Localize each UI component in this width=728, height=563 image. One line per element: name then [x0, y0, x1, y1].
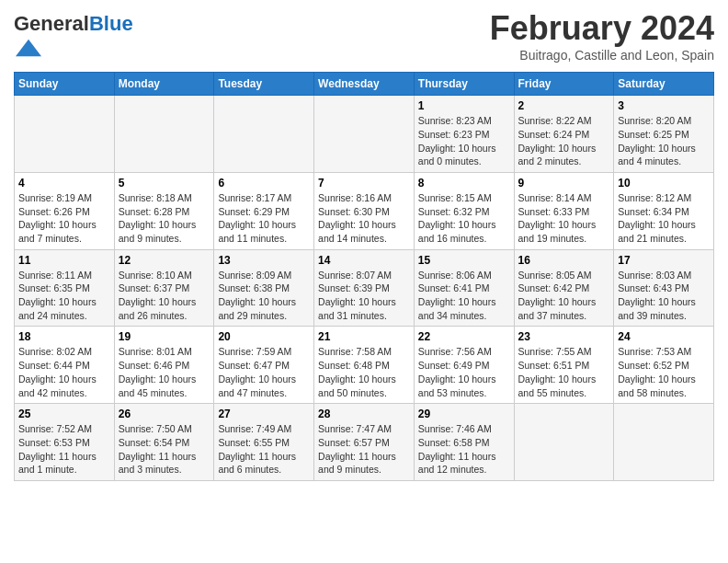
- day-number: 25: [18, 408, 110, 420]
- day-info: Sunrise: 8:06 AMSunset: 6:41 PMDaylight:…: [418, 269, 510, 323]
- day-number: 14: [318, 254, 410, 267]
- day-info: Sunrise: 8:11 AMSunset: 6:35 PMDaylight:…: [18, 269, 110, 323]
- day-info: Sunrise: 8:05 AMSunset: 6:42 PMDaylight:…: [518, 269, 610, 323]
- day-info: Sunrise: 8:03 AMSunset: 6:43 PMDaylight:…: [618, 269, 710, 323]
- calendar-day-cell: 17Sunrise: 8:03 AMSunset: 6:43 PMDayligh…: [614, 249, 714, 327]
- day-number: 15: [418, 254, 510, 267]
- day-number: 12: [119, 254, 210, 267]
- day-number: 10: [618, 177, 710, 190]
- calendar-day-cell: 2Sunrise: 8:22 AMSunset: 6:24 PMDaylight…: [514, 96, 614, 173]
- day-number: 21: [318, 330, 410, 343]
- day-of-week-header: Tuesday: [214, 73, 314, 96]
- day-number: 16: [518, 254, 610, 267]
- calendar-day-cell: 20Sunrise: 7:59 AMSunset: 6:47 PMDayligh…: [214, 327, 314, 404]
- day-number: 8: [418, 177, 510, 190]
- calendar-day-cell: 15Sunrise: 8:06 AMSunset: 6:41 PMDayligh…: [414, 249, 514, 327]
- calendar-day-cell: 3Sunrise: 8:20 AMSunset: 6:25 PMDaylight…: [614, 96, 714, 173]
- svg-marker-0: [16, 40, 41, 57]
- day-info: Sunrise: 7:49 AMSunset: 6:55 PMDaylight:…: [218, 422, 310, 477]
- day-info: Sunrise: 7:56 AMSunset: 6:49 PMDaylight:…: [418, 345, 510, 399]
- calendar-week-row: 1Sunrise: 8:23 AMSunset: 6:23 PMDaylight…: [15, 96, 714, 173]
- calendar-week-row: 4Sunrise: 8:19 AMSunset: 6:26 PMDaylight…: [15, 172, 714, 249]
- day-number: 28: [318, 408, 410, 420]
- day-info: Sunrise: 8:16 AMSunset: 6:30 PMDaylight:…: [318, 191, 410, 246]
- calendar-day-cell: 23Sunrise: 7:55 AMSunset: 6:51 PMDayligh…: [514, 327, 614, 404]
- day-of-week-header: Friday: [514, 73, 614, 96]
- calendar-day-cell: 22Sunrise: 7:56 AMSunset: 6:49 PMDayligh…: [414, 327, 514, 404]
- day-number: 2: [518, 99, 610, 112]
- day-info: Sunrise: 8:09 AMSunset: 6:38 PMDaylight:…: [218, 269, 310, 323]
- day-info: Sunrise: 7:52 AMSunset: 6:53 PMDaylight:…: [18, 422, 110, 477]
- month-title: February 2024: [490, 9, 714, 48]
- day-info: Sunrise: 8:22 AMSunset: 6:24 PMDaylight:…: [518, 114, 610, 168]
- day-info: Sunrise: 8:15 AMSunset: 6:32 PMDaylight:…: [418, 191, 510, 246]
- calendar-day-cell: 26Sunrise: 7:50 AMSunset: 6:54 PMDayligh…: [114, 404, 214, 481]
- calendar-day-cell: 25Sunrise: 7:52 AMSunset: 6:53 PMDayligh…: [15, 404, 115, 481]
- day-of-week-header: Monday: [114, 73, 214, 96]
- calendar-day-cell: 19Sunrise: 8:01 AMSunset: 6:46 PMDayligh…: [114, 327, 214, 404]
- day-of-week-header: Thursday: [414, 73, 514, 96]
- calendar-day-cell: [314, 96, 415, 173]
- day-number: 7: [318, 177, 410, 190]
- calendar-header-row: SundayMondayTuesdayWednesdayThursdayFrid…: [15, 73, 714, 96]
- calendar-day-cell: 28Sunrise: 7:47 AMSunset: 6:57 PMDayligh…: [314, 404, 415, 481]
- calendar-day-cell: [514, 404, 614, 481]
- day-number: 9: [518, 177, 610, 190]
- calendar-day-cell: 27Sunrise: 7:49 AMSunset: 6:55 PMDayligh…: [214, 404, 314, 481]
- day-info: Sunrise: 8:18 AMSunset: 6:28 PMDaylight:…: [119, 191, 210, 246]
- calendar-day-cell: 8Sunrise: 8:15 AMSunset: 6:32 PMDaylight…: [414, 172, 514, 249]
- logo-icon: [16, 35, 41, 61]
- day-info: Sunrise: 7:53 AMSunset: 6:52 PMDaylight:…: [618, 345, 710, 399]
- title-block: February 2024 Buitrago, Castille and Leo…: [490, 9, 714, 63]
- calendar-day-cell: 6Sunrise: 8:17 AMSunset: 6:29 PMDaylight…: [214, 172, 314, 249]
- calendar-day-cell: 14Sunrise: 8:07 AMSunset: 6:39 PMDayligh…: [314, 249, 415, 327]
- day-info: Sunrise: 8:12 AMSunset: 6:34 PMDaylight:…: [618, 191, 710, 246]
- calendar-day-cell: 5Sunrise: 8:18 AMSunset: 6:28 PMDaylight…: [114, 172, 214, 249]
- day-number: 3: [618, 99, 710, 112]
- calendar-week-row: 11Sunrise: 8:11 AMSunset: 6:35 PMDayligh…: [15, 249, 714, 327]
- day-number: 19: [119, 330, 210, 343]
- calendar-day-cell: [114, 96, 214, 173]
- day-number: 29: [418, 408, 510, 420]
- day-of-week-header: Sunday: [15, 73, 115, 96]
- day-number: 23: [518, 330, 610, 343]
- day-of-week-header: Saturday: [614, 73, 714, 96]
- day-info: Sunrise: 8:19 AMSunset: 6:26 PMDaylight:…: [18, 191, 110, 246]
- calendar-week-row: 18Sunrise: 8:02 AMSunset: 6:44 PMDayligh…: [15, 327, 714, 404]
- day-info: Sunrise: 7:46 AMSunset: 6:58 PMDaylight:…: [418, 422, 510, 477]
- calendar-table: SundayMondayTuesdayWednesdayThursdayFrid…: [14, 72, 714, 481]
- day-info: Sunrise: 7:47 AMSunset: 6:57 PMDaylight:…: [318, 422, 410, 477]
- calendar-day-cell: [214, 96, 314, 173]
- calendar-day-cell: 11Sunrise: 8:11 AMSunset: 6:35 PMDayligh…: [15, 249, 115, 327]
- day-number: 5: [119, 177, 210, 190]
- day-info: Sunrise: 8:01 AMSunset: 6:46 PMDaylight:…: [119, 345, 210, 399]
- day-info: Sunrise: 7:59 AMSunset: 6:47 PMDaylight:…: [218, 345, 310, 399]
- day-number: 18: [18, 330, 110, 343]
- location-subtitle: Buitrago, Castille and Leon, Spain: [490, 48, 714, 63]
- day-info: Sunrise: 8:14 AMSunset: 6:33 PMDaylight:…: [518, 191, 610, 246]
- day-number: 11: [18, 254, 110, 267]
- day-number: 22: [418, 330, 510, 343]
- calendar-week-row: 25Sunrise: 7:52 AMSunset: 6:53 PMDayligh…: [15, 404, 714, 481]
- calendar-day-cell: [614, 404, 714, 481]
- day-number: 27: [218, 408, 310, 420]
- calendar-day-cell: [15, 96, 115, 173]
- calendar-day-cell: 21Sunrise: 7:58 AMSunset: 6:48 PMDayligh…: [314, 327, 415, 404]
- logo-blue-text: Blue: [89, 12, 133, 35]
- page-header: GeneralBlue February 2024 Buitrago, Cast…: [14, 9, 714, 64]
- day-of-week-header: Wednesday: [314, 73, 415, 96]
- calendar-day-cell: 24Sunrise: 7:53 AMSunset: 6:52 PMDayligh…: [614, 327, 714, 404]
- calendar-day-cell: 13Sunrise: 8:09 AMSunset: 6:38 PMDayligh…: [214, 249, 314, 327]
- day-info: Sunrise: 7:50 AMSunset: 6:54 PMDaylight:…: [119, 422, 210, 477]
- calendar-day-cell: 10Sunrise: 8:12 AMSunset: 6:34 PMDayligh…: [614, 172, 714, 249]
- day-number: 1: [418, 99, 510, 112]
- day-info: Sunrise: 8:07 AMSunset: 6:39 PMDaylight:…: [318, 269, 410, 323]
- calendar-day-cell: 29Sunrise: 7:46 AMSunset: 6:58 PMDayligh…: [414, 404, 514, 481]
- day-info: Sunrise: 8:10 AMSunset: 6:37 PMDaylight:…: [119, 269, 210, 323]
- logo: GeneralBlue: [14, 13, 133, 64]
- day-info: Sunrise: 7:58 AMSunset: 6:48 PMDaylight:…: [318, 345, 410, 399]
- day-number: 6: [218, 177, 310, 190]
- calendar-day-cell: 9Sunrise: 8:14 AMSunset: 6:33 PMDaylight…: [514, 172, 614, 249]
- calendar-day-cell: 7Sunrise: 8:16 AMSunset: 6:30 PMDaylight…: [314, 172, 415, 249]
- calendar-day-cell: 12Sunrise: 8:10 AMSunset: 6:37 PMDayligh…: [114, 249, 214, 327]
